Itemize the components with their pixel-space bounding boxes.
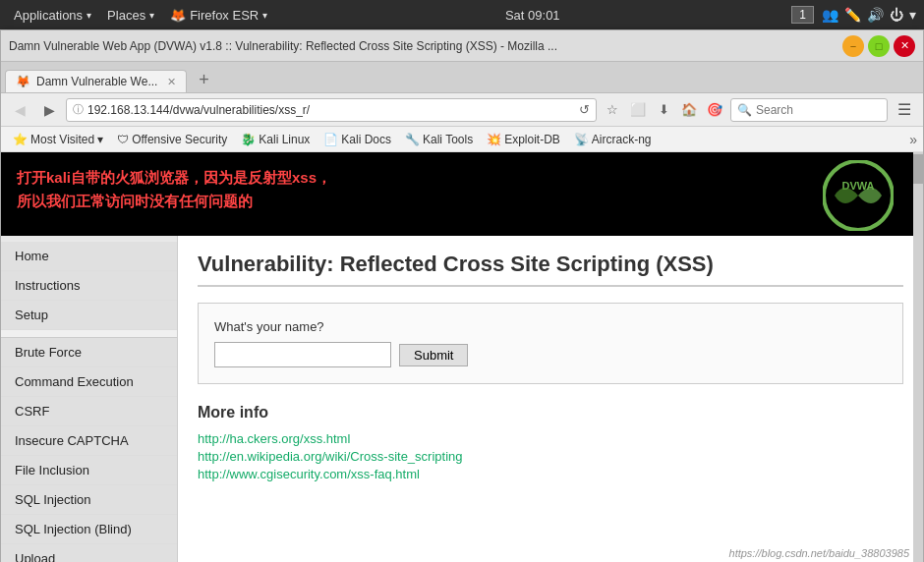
nav-back-button[interactable]: ◀ — [7, 97, 32, 123]
bookmarks-bar: ⭐ Most Visited ▾ 🛡 Offensive Security 🐉 … — [1, 127, 923, 152]
browser-title: Damn Vulnerable Web App (DVWA) v1.8 :: V… — [9, 39, 835, 53]
bookmark-star-button[interactable]: ☆ — [601, 98, 624, 122]
dvwa-body: Home Instructions Setup Brute Force Comm… — [1, 236, 923, 562]
nav-forward-button[interactable]: ▶ — [36, 97, 62, 123]
window-maximize-button[interactable]: □ — [868, 35, 890, 57]
bookmark-docs-label: Kali Docs — [341, 133, 391, 146]
bookmark-tools-label: Kali Tools — [423, 133, 473, 146]
applications-label: Applications — [14, 8, 83, 23]
bookmark-kali-docs[interactable]: 📄 Kali Docs — [318, 131, 397, 148]
window-close-button[interactable]: ✕ — [894, 35, 915, 57]
sidebar-divider-1 — [1, 330, 177, 338]
volume-icon[interactable]: 🔊 — [867, 7, 884, 23]
firefox-arrow: ▾ — [262, 10, 267, 21]
info-link-2[interactable]: http://en.wikipedia.org/wiki/Cross-site_… — [198, 449, 903, 464]
search-icon: 🔍 — [737, 103, 752, 117]
sidebar-item-brute-force[interactable]: Brute Force — [1, 338, 177, 367]
submit-button[interactable]: Submit — [399, 344, 468, 366]
sidebar-item-command-execution[interactable]: Command Execution — [1, 367, 177, 397]
search-input[interactable] — [756, 103, 881, 117]
dropdown-arrow-icon[interactable]: ▾ — [909, 7, 916, 23]
window-controls: − □ ✕ — [842, 35, 915, 57]
bookmark-exploit-icon: 💥 — [487, 133, 501, 146]
home-button[interactable]: 🏠 — [677, 98, 701, 122]
bookmark-aircrack[interactable]: 📡 Aircrack-ng — [568, 131, 658, 148]
dvwa-wrapper: 打开kali自带的火狐浏览器，因为是反射型xss， 所以我们正常访问时没有任何问… — [1, 152, 923, 562]
sidebar-item-insecure-captcha[interactable]: Insecure CAPTCHA — [1, 426, 177, 456]
places-menu[interactable]: Places ▾ — [101, 6, 160, 25]
sysbar-icons: 👥 ✏️ 🔊 ⏻ ▾ — [822, 7, 916, 23]
page-content: 打开kali自带的火狐浏览器，因为是反射型xss， 所以我们正常访问时没有任何问… — [1, 152, 923, 562]
sidebar-item-instructions[interactable]: Instructions — [1, 271, 177, 301]
window-minimize-button[interactable]: − — [842, 35, 864, 57]
bookmark-kali-label: Kali Linux — [259, 133, 310, 146]
workspace-number[interactable]: 1 — [791, 6, 814, 24]
pen-icon[interactable]: ✏️ — [844, 7, 861, 23]
dvwa-main: Vulnerability: Reflected Cross Site Scri… — [178, 236, 923, 562]
bookmark-kali-tools[interactable]: 🔧 Kali Tools — [399, 131, 479, 148]
bookmark-most-visited-label: Most Visited — [30, 133, 94, 146]
applications-menu[interactable]: Applications ▾ — [8, 6, 97, 25]
dvwa-header-text: 打开kali自带的火狐浏览器，因为是反射型xss， 所以我们正常访问时没有任何问… — [1, 152, 923, 213]
bookmarks-more-button[interactable]: » — [909, 132, 917, 147]
page-title: Vulnerability: Reflected Cross Site Scri… — [198, 252, 903, 287]
bookmark-tools-icon: 🔧 — [405, 133, 420, 146]
bookmark-offensive-label: Offensive Security — [132, 133, 227, 146]
firefox-label: Firefox ESR — [190, 8, 259, 23]
browser-titlebar: Damn Vulnerable Web App (DVWA) v1.8 :: V… — [1, 30, 923, 62]
dvwa-header: 打开kali自带的火狐浏览器，因为是反射型xss， 所以我们正常访问时没有任何问… — [1, 152, 923, 236]
browser-tab[interactable]: 🦊 Damn Vulnerable We... ✕ — [5, 70, 187, 92]
tab-label: Damn Vulnerable We... — [36, 75, 157, 88]
url-lock-icon: ⓘ — [73, 102, 84, 117]
firefox-menu[interactable]: 🦊 Firefox ESR ▾ — [164, 6, 273, 25]
sidebar-item-csrf[interactable]: CSRF — [1, 397, 177, 426]
reload-icon[interactable]: ↺ — [579, 102, 590, 117]
applications-arrow: ▾ — [87, 10, 91, 21]
bookmark-docs-icon: 📄 — [323, 133, 338, 146]
power-icon[interactable]: ⏻ — [890, 7, 903, 23]
bookmark-offensive-security[interactable]: 🛡 Offensive Security — [111, 131, 233, 148]
people-icon[interactable]: 👥 — [822, 7, 838, 23]
sidebar-item-file-inclusion[interactable]: File Inclusion — [1, 456, 177, 485]
dvwa-sidebar: Home Instructions Setup Brute Force Comm… — [1, 236, 178, 562]
places-arrow: ▾ — [149, 10, 154, 21]
bookmark-kali-linux[interactable]: 🐉 Kali Linux — [235, 131, 316, 148]
system-clock: Sat 09:01 — [273, 8, 791, 23]
bookmark-most-visited-arrow: ▾ — [97, 133, 103, 146]
pocket-button[interactable]: 🎯 — [703, 98, 726, 122]
form-question: What's your name? — [214, 319, 887, 334]
sidebar-item-sql-injection-blind[interactable]: SQL Injection (Blind) — [1, 515, 177, 544]
sidebar-item-home[interactable]: Home — [1, 242, 177, 271]
bookmark-offensive-icon: 🛡 — [117, 133, 129, 146]
bookmark-star-icon: ⭐ — [13, 133, 28, 146]
search-bar[interactable]: 🔍 — [730, 98, 888, 122]
bookmark-aircrack-icon: 📡 — [574, 133, 589, 146]
places-label: Places — [107, 8, 145, 23]
system-bar-right: 1 👥 ✏️ 🔊 ⏻ ▾ — [791, 6, 916, 24]
new-tab-button[interactable]: + — [191, 67, 216, 92]
sidebar-item-upload[interactable]: Upload — [1, 544, 177, 562]
browser-menu-button[interactable]: ☰ — [892, 97, 917, 123]
download-button[interactable]: ⬇ — [652, 98, 675, 122]
dvwa-header-line1: 打开kali自带的火狐浏览器，因为是反射型xss， — [17, 166, 907, 190]
system-bar: Applications ▾ Places ▾ 🦊 Firefox ESR ▾ … — [0, 0, 924, 29]
name-input[interactable] — [214, 342, 391, 367]
bookmark-exploit-label: Exploit-DB — [504, 133, 560, 146]
bookmark-exploit-db[interactable]: 💥 Exploit-DB — [481, 131, 566, 148]
bookmark-aircrack-label: Aircrack-ng — [592, 133, 652, 146]
page-scrollbar[interactable] — [913, 236, 923, 562]
bookmark-kali-icon: 🐉 — [241, 133, 256, 146]
url-bar[interactable]: ⓘ 192.168.13.144/dvwa/vulnerabilities/xs… — [66, 98, 597, 122]
info-link-3[interactable]: http://www.cgisecurity.com/xss-faq.html — [198, 467, 903, 481]
bookmark-most-visited[interactable]: ⭐ Most Visited ▾ — [7, 131, 109, 148]
clock-time: Sat 09:01 — [505, 8, 560, 23]
reader-view-button[interactable]: ⬜ — [626, 98, 650, 122]
page-watermark: https://blog.csdn.net/baidu_38803985 — [729, 547, 909, 559]
sidebar-item-setup[interactable]: Setup — [1, 301, 177, 330]
system-bar-left: Applications ▾ Places ▾ 🦊 Firefox ESR ▾ — [8, 6, 273, 25]
tab-close-button[interactable]: ✕ — [167, 76, 176, 88]
info-link-1[interactable]: http://ha.ckers.org/xss.html — [198, 431, 903, 446]
more-info-title: More info — [198, 404, 903, 422]
tab-favicon: 🦊 — [16, 75, 30, 88]
sidebar-item-sql-injection[interactable]: SQL Injection — [1, 485, 177, 515]
